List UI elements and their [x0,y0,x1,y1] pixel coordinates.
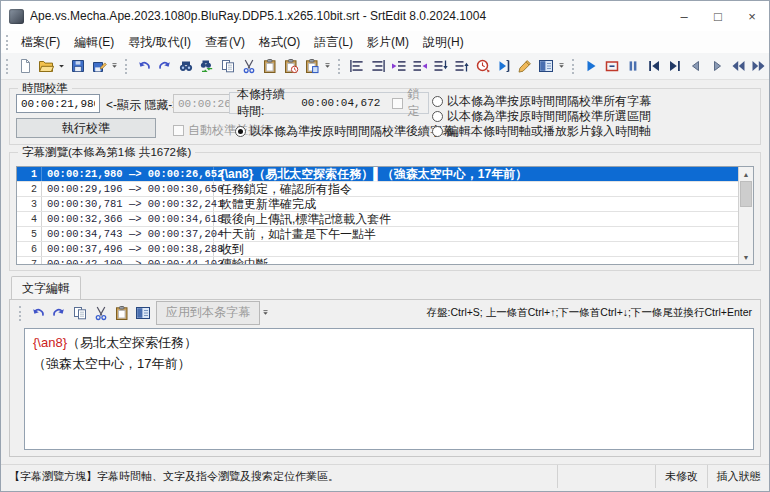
toolbar-grip [572,59,576,74]
row-number: 4 [17,212,42,226]
align-lines-right-icon[interactable] [367,55,388,77]
menu-edit[interactable]: 編輯(E) [67,33,121,51]
radio-edit-timeline[interactable]: 編輯本條時間軸或播放影片錄入時間軸 [432,123,651,140]
split-subtitle-icon[interactable] [451,55,472,77]
toolbar-group [333,53,567,79]
copy-icon[interactable] [69,302,90,324]
calibrate-button[interactable]: 執行校準 [16,118,156,138]
tab-text-edit[interactable]: 文字編輯 [11,276,81,299]
find-replace-icon[interactable] [196,55,217,77]
editor-line2-text: （強森太空中心，17年前） [33,356,190,371]
menu-language[interactable]: 語言(L) [307,33,360,51]
open-file-dropdown-icon[interactable] [56,55,67,77]
scroll-thumb[interactable] [740,181,752,207]
paste-time-icon[interactable] [280,55,301,77]
pause-icon[interactable] [622,55,643,77]
ass-tag: {\an8} [33,335,67,350]
radio-calibrate-follow[interactable]: 以本條為準按原時間間隔校準後續字幕 [235,123,454,140]
radio-dot-all [432,96,443,107]
next-subtitle-icon[interactable] [664,55,685,77]
indent-lines-icon[interactable] [388,55,409,77]
list-scrollbar[interactable]: ▲ ▼ [738,167,753,264]
new-file-icon[interactable] [14,55,35,77]
lock-checkbox-box [392,98,403,109]
status-empty-cell [557,465,655,488]
row-number: 2 [17,182,42,196]
preview-panel-icon[interactable] [535,55,556,77]
editor-tab-row: 文字編輯 [9,278,761,299]
shortcut-hints: 存盤:Ctrl+S; 上一條首Ctrl+↑;下一條首Ctrl+↓;下一條尾並換行… [426,306,760,320]
show-hide-label: <-顯示 隱藏-> [106,97,179,114]
merge-subtitle-icon[interactable] [430,55,451,77]
rewind-icon[interactable] [727,55,748,77]
save-as-icon[interactable] [88,55,109,77]
time-shift-icon[interactable] [472,55,493,77]
window-title: Ape.vs.Mecha.Ape.2023.1080p.BluRay.DDP5.… [30,9,667,23]
find-icon[interactable] [175,55,196,77]
duration-box: 本條持續時間: 00:00:04,672 鎖定 [229,92,429,114]
open-file-icon[interactable] [35,55,56,77]
toolbar-overflow-icon[interactable] [322,55,333,77]
editor-line-2: （強森太空中心，17年前） [33,353,745,374]
paste-icon[interactable] [259,55,280,77]
toolbar-overflow-icon[interactable] [260,302,271,324]
menu-format[interactable]: 格式(O) [252,33,307,51]
row-time: 00:00:34,743 —> 00:00:37,204 [42,227,214,241]
editor-panel-toggle-icon[interactable] [132,302,153,324]
paste-icon[interactable] [111,302,132,324]
play-icon[interactable] [580,55,601,77]
align-lines-left-icon[interactable] [346,55,367,77]
subtitle-list: 100:00:21,980 —> 00:00:26,652{\an8}（易北太空… [16,166,754,265]
duration-value: 00:00:04,672 [301,97,380,109]
menu-find-replace[interactable]: 尋找/取代(I) [121,33,198,51]
row-number: 1 [17,167,42,181]
paste-special-icon[interactable] [301,55,322,77]
toolbar-overflow-icon[interactable] [556,55,567,77]
outdent-lines-icon[interactable] [409,55,430,77]
redo-icon[interactable] [48,302,69,324]
subtitle-row[interactable]: 700:00:42,100 —> 00:00:44,102傳輸中斷 [17,257,738,264]
row-time: 00:00:37,496 —> 00:00:38,288 [42,242,214,256]
menu-help[interactable]: 說明(H) [416,33,471,51]
scroll-up-arrow[interactable]: ▲ [739,167,753,181]
window-controls: – □ × [667,1,769,31]
minimize-button[interactable]: – [667,1,701,31]
cut-icon[interactable] [90,302,111,324]
lock-checkbox[interactable]: 鎖定 [392,86,421,120]
editor-toolbar: 应用到本条字幕 存盤:Ctrl+S; 上一條首Ctrl+↑;下一條首Ctrl+↓… [10,300,760,326]
scroll-down-arrow[interactable]: ▼ [739,250,753,264]
fast-forward-icon[interactable] [748,55,769,77]
duration-label: 本條持續時間: [237,86,292,120]
close-button[interactable]: × [735,1,769,31]
row-time: 00:00:30,781 —> 00:00:32,241 [42,197,214,211]
scroll-track[interactable] [739,181,753,250]
stop-icon[interactable] [601,55,622,77]
menu-file[interactable]: 檔案(F) [14,33,67,51]
main-toolbar [1,53,769,80]
step-back-icon[interactable] [685,55,706,77]
radio-edit-label: 編輯本條時間軸或播放影片錄入時間軸 [447,123,651,140]
row-time: 00:00:21,980 —> 00:00:26,652 [42,167,214,181]
undo-icon[interactable] [27,302,48,324]
apply-to-subtitle-button[interactable]: 应用到本条字幕 [156,301,260,325]
previous-subtitle-icon[interactable] [643,55,664,77]
edit-mode-icon[interactable] [514,55,535,77]
cut-icon[interactable] [238,55,259,77]
copy-icon[interactable] [217,55,238,77]
row-number: 7 [17,257,42,264]
redo-icon[interactable] [154,55,175,77]
menu-view[interactable]: 查看(V) [198,33,252,51]
editor-line1-text: （易北太空探索任務） [67,335,197,350]
show-time-input[interactable] [16,94,100,113]
maximize-button[interactable]: □ [701,1,735,31]
save-file-icon[interactable] [67,55,88,77]
play-current-subtitle-icon[interactable] [493,55,514,77]
menu-movie[interactable]: 影片(M) [360,33,416,51]
toolbar-overflow-icon[interactable] [109,55,120,77]
radio-dot-edit [432,126,443,137]
subtitle-text-editor[interactable]: {\an8}（易北太空探索任務） （強森太空中心，17年前） [24,328,754,450]
undo-icon[interactable] [133,55,154,77]
app-icon [9,9,24,24]
step-forward-icon[interactable] [706,55,727,77]
row-time: 00:00:29,196 —> 00:00:30,656 [42,182,214,196]
